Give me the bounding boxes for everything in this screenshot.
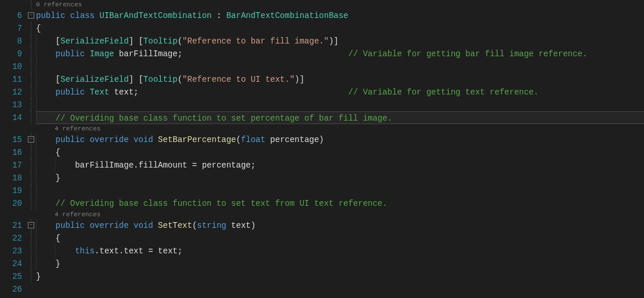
code-line[interactable]: } — [36, 257, 644, 270]
line-number: 15 — [0, 133, 22, 146]
line-number: 18 — [0, 172, 22, 184]
code-line[interactable]: public override void SetText(string text… — [36, 219, 644, 232]
code-line[interactable] — [36, 99, 644, 111]
code-area[interactable]: 0 references public class UIBarAndTextCo… — [36, 0, 644, 298]
line-number: 24 — [0, 257, 22, 270]
line-number: 8 — [0, 35, 22, 48]
code-line[interactable] — [36, 60, 644, 73]
code-line[interactable]: public class UIBarAndTextCombination : B… — [36, 9, 644, 22]
line-number-gutter: 6 7 8 9 10 11 12 13 14 15 16 17 18 19 20… — [0, 0, 28, 298]
line-number: 14 — [0, 111, 22, 124]
fold-toggle[interactable]: − — [28, 12, 34, 19]
line-number: 20 — [0, 197, 22, 210]
code-line[interactable]: { — [36, 232, 644, 245]
line-number: 13 — [0, 99, 22, 111]
fold-toggle[interactable]: − — [28, 136, 34, 143]
line-number: 9 — [0, 48, 22, 60]
codelens-references[interactable]: 4 references — [36, 124, 644, 133]
code-line[interactable]: { — [36, 22, 644, 35]
code-line-current[interactable]: // Overiding base class function to set … — [36, 111, 644, 124]
code-line[interactable]: { — [36, 146, 644, 159]
line-number: 7 — [0, 22, 22, 35]
code-line[interactable]: public override void SetBarPercentage(fl… — [36, 133, 644, 146]
code-line[interactable]: // Overiding base class function to set … — [36, 197, 644, 210]
line-number: 12 — [0, 86, 22, 99]
code-line[interactable]: [SerializeField] [Tooltip("Reference to … — [36, 73, 644, 86]
code-line[interactable]: barFillImage.fillAmount = percentage; — [36, 159, 644, 172]
line-number: 21 — [0, 219, 22, 232]
line-number: 10 — [0, 60, 22, 73]
line-number: 17 — [0, 159, 22, 172]
line-number: 26 — [0, 283, 22, 296]
code-line[interactable]: public Text text; // Variable for gettin… — [36, 86, 644, 99]
code-line[interactable]: public Image barFillImage; // Variable f… — [36, 48, 644, 60]
codelens-references[interactable]: 0 references — [36, 0, 644, 9]
code-line[interactable]: } — [36, 172, 644, 184]
fold-toggle[interactable]: − — [28, 222, 34, 228]
line-number: 6 — [0, 9, 22, 22]
code-line[interactable]: [SerializeField] [Tooltip("Reference to … — [36, 35, 644, 48]
line-number: 22 — [0, 232, 22, 245]
fold-gutter: − − − — [28, 0, 36, 298]
code-line[interactable]: } — [36, 270, 644, 283]
code-line[interactable] — [36, 283, 644, 296]
code-line[interactable] — [36, 184, 644, 197]
codelens-references[interactable]: 4 references — [36, 210, 644, 219]
code-line[interactable]: this.text.text = text; — [36, 245, 644, 257]
line-number: 23 — [0, 245, 22, 257]
line-number: 25 — [0, 270, 22, 283]
line-number: 16 — [0, 146, 22, 159]
code-editor[interactable]: 6 7 8 9 10 11 12 13 14 15 16 17 18 19 20… — [0, 0, 644, 298]
line-number: 19 — [0, 184, 22, 197]
line-number: 11 — [0, 73, 22, 86]
